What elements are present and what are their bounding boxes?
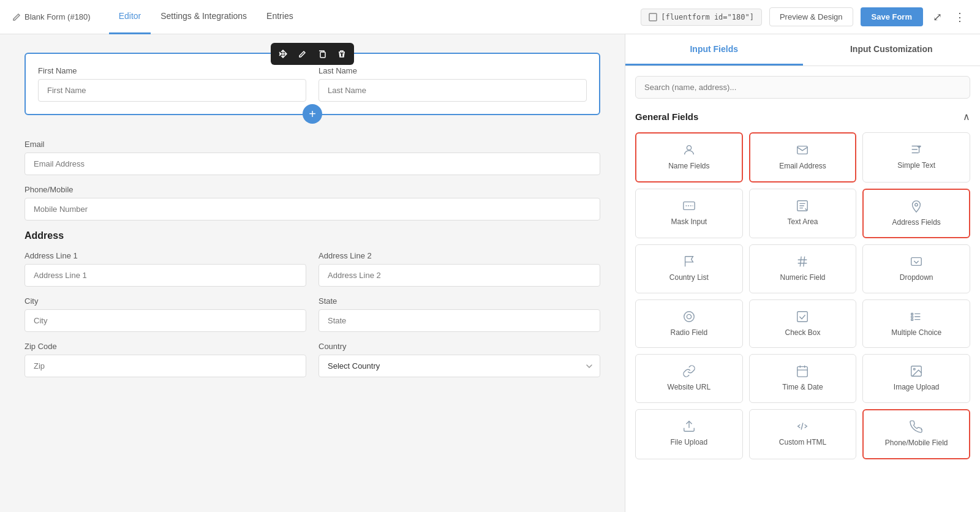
form-title-text: Blank Form (#180) (24, 12, 91, 21)
field-card-radio-field[interactable]: Radio Field (635, 299, 743, 348)
tab-entries[interactable]: Entries (257, 0, 303, 34)
field-card-url-label: Website URL (668, 383, 710, 393)
main-layout: First Name Last Name + Email Phone/Mobil… (0, 34, 980, 512)
address-line1-group: Address Line 1 (24, 251, 306, 287)
address-line1-label: Address Line 1 (24, 251, 306, 260)
address-line-row: Address Line 1 Address Line 2 (24, 251, 600, 287)
name-row: First Name Last Name (38, 66, 587, 102)
textarea-icon (796, 199, 809, 213)
mask-icon (682, 199, 696, 213)
right-panel: Input Fields Input Customization General… (625, 34, 980, 512)
field-card-text-area[interactable]: Text Area (749, 189, 857, 239)
phone-icon (910, 420, 923, 434)
field-card-timedate-label: Time & Date (782, 383, 823, 393)
field-card-email-address[interactable]: Email Address (749, 132, 857, 183)
field-card-numeric-field[interactable]: Numeric Field (749, 244, 857, 293)
image-icon (910, 364, 923, 378)
field-card-custom-html[interactable]: Custom HTML (749, 409, 857, 459)
fields-grid: Name Fields Email Address Simple Text (635, 132, 970, 459)
email-section: Email (24, 140, 600, 175)
address-line2-input[interactable] (318, 264, 600, 287)
address-line2-group: Address Line 2 (318, 251, 600, 287)
field-card-name-fields-label: Name Fields (668, 162, 709, 171)
field-card-radio-label: Radio Field (670, 328, 707, 338)
collapse-button[interactable]: ∧ (963, 111, 970, 122)
code-snippet[interactable]: [fluentform id="180"] (641, 9, 762, 26)
field-card-email-label: Email Address (779, 162, 826, 171)
delete-button[interactable] (333, 45, 350, 62)
tab-input-customization[interactable]: Input Customization (803, 34, 981, 66)
field-card-numeric-label: Numeric Field (780, 273, 825, 283)
field-card-textarea-label: Text Area (787, 217, 818, 227)
phone-input[interactable] (24, 198, 600, 220)
email-icon (796, 143, 809, 157)
svg-rect-12 (911, 316, 913, 318)
calendar-icon (796, 364, 809, 378)
field-card-mask-label: Mask Input (671, 217, 707, 227)
svg-rect-1 (320, 52, 325, 58)
email-label: Email (24, 140, 600, 149)
fields-search-input[interactable] (635, 76, 970, 99)
first-name-input[interactable] (38, 79, 306, 102)
move-button[interactable] (274, 45, 292, 62)
address-line1-input[interactable] (24, 264, 306, 287)
field-card-image-upload[interactable]: Image Upload (862, 354, 970, 403)
nav-right: [fluentform id="180"] Preview & Design S… (641, 7, 968, 26)
phone-section: Phone/Mobile (24, 185, 600, 220)
field-card-address-label: Address Fields (892, 218, 940, 228)
expand-button[interactable]: ⤢ (930, 8, 944, 26)
state-label: State (318, 296, 600, 306)
more-options-button[interactable]: ⋮ (952, 8, 968, 26)
panel-content: General Fields ∧ Name Fields Email Addre (625, 66, 980, 512)
field-card-simple-text[interactable]: Simple Text (862, 132, 970, 183)
country-select[interactable]: Select Country United States United King… (318, 355, 600, 377)
checkbox-icon (796, 310, 809, 323)
city-group: City (24, 296, 306, 332)
address-line2-label: Address Line 2 (318, 251, 600, 260)
field-toolbar (271, 43, 354, 65)
edit-button[interactable] (294, 45, 311, 62)
field-card-dropdown-label: Dropdown (900, 273, 933, 283)
tab-editor[interactable]: Editor (109, 0, 151, 34)
field-card-phone-mobile[interactable]: Phone/Mobile Field (862, 409, 970, 459)
city-input[interactable] (24, 309, 306, 332)
field-card-time-date[interactable]: Time & Date (749, 354, 857, 403)
state-input[interactable] (318, 309, 600, 332)
add-field-button[interactable]: + (303, 104, 322, 124)
copy-button[interactable] (314, 45, 331, 62)
field-card-simple-text-label: Simple Text (897, 161, 935, 171)
field-card-file-upload[interactable]: File Upload (635, 409, 743, 459)
svg-point-6 (915, 203, 918, 206)
country-label: Country (318, 342, 600, 351)
tab-settings[interactable]: Settings & Integrations (151, 0, 257, 34)
field-card-country-list[interactable]: Country List (635, 244, 743, 293)
email-input[interactable] (24, 152, 600, 175)
general-fields-header: General Fields ∧ (635, 111, 970, 122)
country-group: Country Select Country United States Uni… (318, 342, 600, 377)
url-icon (682, 364, 696, 378)
svg-rect-11 (911, 313, 913, 315)
field-card-mask-input[interactable]: Mask Input (635, 189, 743, 239)
zip-country-row: Zip Code Country Select Country United S… (24, 342, 600, 377)
preview-design-button[interactable]: Preview & Design (769, 7, 853, 26)
field-card-multiple-choice[interactable]: Multiple Choice (862, 299, 970, 348)
panel-tabs: Input Fields Input Customization (625, 34, 980, 66)
svg-point-2 (687, 146, 691, 150)
save-form-button[interactable]: Save Form (861, 7, 923, 26)
svg-point-8 (684, 312, 695, 322)
svg-rect-7 (911, 258, 922, 266)
phone-label: Phone/Mobile (24, 185, 600, 194)
upload-icon (682, 420, 696, 433)
field-card-website-url[interactable]: Website URL (635, 354, 743, 403)
field-card-check-box[interactable]: Check Box (749, 299, 857, 348)
tab-input-fields[interactable]: Input Fields (625, 34, 803, 66)
zip-input[interactable] (24, 355, 306, 377)
field-card-dropdown[interactable]: Dropdown (862, 244, 970, 293)
field-card-address-fields[interactable]: Address Fields (862, 189, 970, 239)
general-fields-title: General Fields (635, 111, 698, 122)
address-section: Address Address Line 1 Address Line 2 Ci… (24, 230, 600, 377)
field-card-upload-label: File Upload (670, 438, 707, 448)
field-card-name-fields[interactable]: Name Fields (635, 132, 743, 183)
code-icon (649, 13, 657, 21)
last-name-input[interactable] (318, 79, 587, 102)
